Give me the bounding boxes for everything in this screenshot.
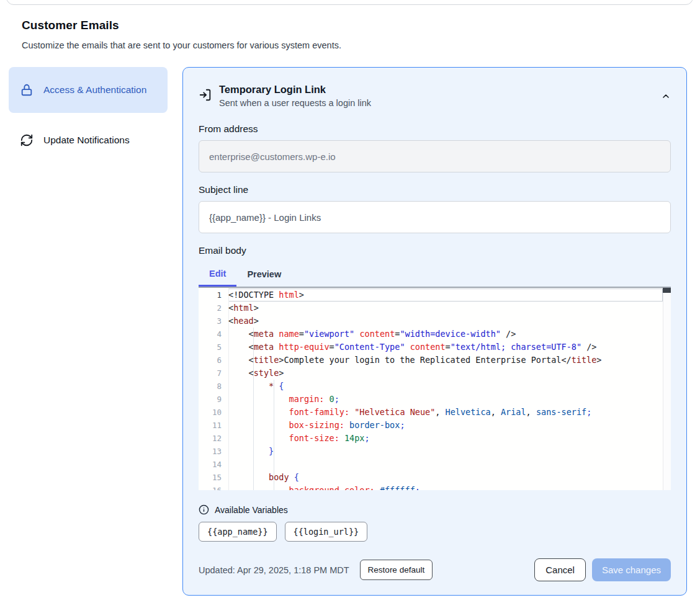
line-number: 1	[199, 288, 228, 302]
code-line: 11 box-sizing: border-box;	[199, 419, 671, 432]
tab-preview[interactable]: Preview	[236, 262, 292, 287]
subject-line-label: Subject line	[199, 184, 671, 195]
variable-chip[interactable]: {{app_name}}	[199, 522, 277, 542]
page-subtitle: Customize the emails that are sent to yo…	[22, 40, 678, 50]
code-line: 12 font-size: 14px;	[199, 432, 671, 445]
log-in-icon	[199, 88, 213, 102]
code-line: 9 margin: 0;	[199, 393, 671, 406]
line-number: 11	[199, 419, 228, 432]
available-variables-label: Available Variables	[215, 505, 288, 515]
content-row: Access & Authentication Update Notificat…	[0, 67, 700, 596]
editor-scrollbar-thumb[interactable]	[663, 288, 671, 293]
page-header: Customer Emails Customize the emails tha…	[0, 0, 700, 50]
code-line: 8 * {	[199, 380, 671, 393]
line-number: 6	[199, 354, 228, 367]
code-line: 4 <meta name="viewport" content="width=d…	[199, 328, 671, 341]
panel-header: Temporary Login Link Sent when a user re…	[199, 84, 671, 108]
code-line: 7 <style>	[199, 367, 671, 380]
chevron-up-icon	[661, 91, 671, 101]
from-address-input[interactable]	[199, 140, 671, 172]
sidebar-item-label: Access & Authentication	[43, 83, 146, 97]
updated-timestamp: Updated: Apr 29, 2025, 1:18 PM MDT	[199, 565, 349, 575]
line-number: 4	[199, 328, 228, 341]
sidebar-item-access-authentication[interactable]: Access & Authentication	[9, 67, 168, 113]
line-number: 15	[199, 471, 228, 484]
info-icon	[199, 504, 209, 515]
editor-scrollbar[interactable]	[663, 288, 671, 490]
panel-footer: Updated: Apr 29, 2025, 1:18 PM MDT Resto…	[199, 558, 671, 581]
refresh-icon	[19, 133, 34, 147]
tab-edit[interactable]: Edit	[199, 262, 236, 287]
page-title: Customer Emails	[22, 19, 678, 32]
available-variables-row: Available Variables	[199, 504, 671, 515]
email-body-tabs: Edit Preview	[199, 262, 671, 288]
save-changes-button[interactable]: Save changes	[592, 558, 671, 581]
line-number: 13	[199, 445, 228, 458]
email-body-label: Email body	[199, 245, 671, 256]
code-line: 13 }	[199, 445, 671, 458]
editor-lines: 1<!DOCTYPE html>2<html>3<head>4 <meta na…	[199, 288, 671, 490]
variable-chip[interactable]: {{login_url}}	[285, 522, 368, 542]
subject-line-input[interactable]	[199, 201, 671, 233]
line-number: 7	[199, 367, 228, 380]
variable-chips: {{app_name}}{{login_url}}	[199, 522, 671, 542]
panel-subtitle: Sent when a user requests a login link	[219, 98, 371, 108]
code-line: 2<html>	[199, 302, 671, 315]
line-number: 8	[199, 380, 228, 393]
temporary-login-link-panel: Temporary Login Link Sent when a user re…	[182, 67, 687, 596]
panel-title: Temporary Login Link	[219, 84, 371, 96]
collapse-button[interactable]	[661, 90, 671, 102]
from-address-label: From address	[199, 123, 671, 135]
sidebar: Access & Authentication Update Notificat…	[9, 67, 168, 156]
code-line: 3<head>	[199, 315, 671, 328]
code-line: 6 <title>Complete your login to the Repl…	[199, 354, 671, 367]
line-number: 14	[199, 458, 228, 471]
previous-card-bottom-edge	[6, 0, 693, 5]
sidebar-item-label: Update Notifications	[43, 133, 130, 148]
lock-icon	[19, 83, 34, 97]
line-number: 5	[199, 341, 228, 354]
code-line: 1<!DOCTYPE html>	[199, 288, 671, 302]
code-line: 16 background-color: #ffffff;	[199, 484, 671, 490]
line-number: 9	[199, 393, 228, 406]
line-number: 12	[199, 432, 228, 445]
restore-default-button[interactable]: Restore default	[360, 560, 433, 580]
code-line: 5 <meta http-equiv="Content-Type" conten…	[199, 341, 671, 354]
cancel-button[interactable]: Cancel	[534, 558, 586, 581]
line-number: 16	[199, 484, 228, 490]
line-number: 2	[199, 302, 228, 315]
code-line: 15 body {	[199, 471, 671, 484]
code-line: 14	[199, 458, 671, 471]
code-editor[interactable]: 1<!DOCTYPE html>2<html>3<head>4 <meta na…	[199, 288, 671, 490]
line-number: 10	[199, 406, 228, 419]
panel-header-text: Temporary Login Link Sent when a user re…	[219, 84, 371, 108]
line-number: 3	[199, 315, 228, 328]
sidebar-item-update-notifications[interactable]: Update Notifications	[9, 125, 168, 156]
code-line: 10 font-family: "Helvetica Neue", Helvet…	[199, 406, 671, 419]
